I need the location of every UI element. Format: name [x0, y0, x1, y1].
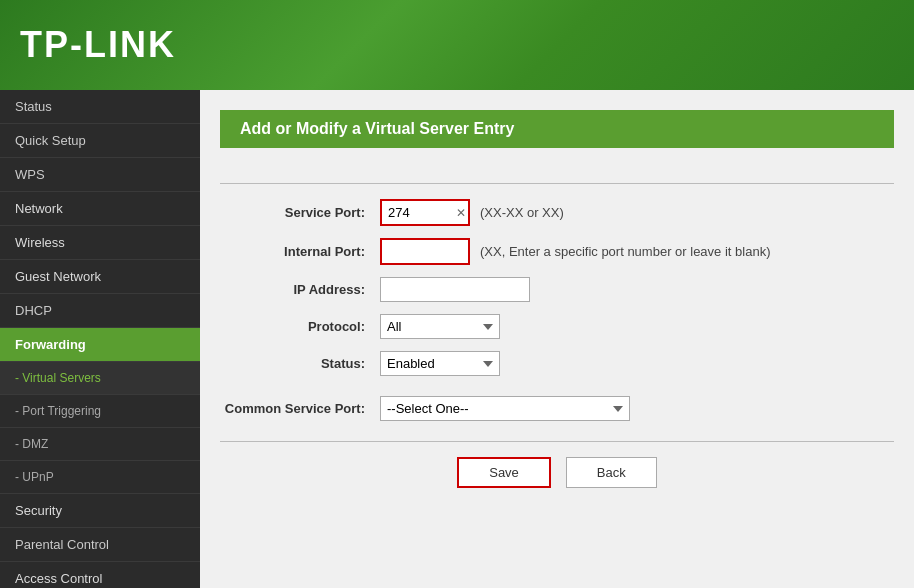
- save-button[interactable]: Save: [457, 457, 551, 488]
- common-service-port-select[interactable]: --Select One-- DNS FTP HTTP HTTPS IMAP L…: [380, 396, 630, 421]
- sidebar-item-network[interactable]: Network: [0, 192, 200, 226]
- service-port-label: Service Port:: [220, 205, 380, 220]
- internal-port-hint: (XX, Enter a specific port number or lea…: [480, 244, 770, 259]
- service-port-clear-button[interactable]: ✕: [456, 207, 466, 219]
- common-service-port-label: Common Service Port:: [220, 401, 380, 416]
- sidebar-item-wireless[interactable]: Wireless: [0, 226, 200, 260]
- service-port-hint: (XX-XX or XX): [480, 205, 564, 220]
- header: TP-LINK: [0, 0, 914, 90]
- internal-port-input[interactable]: [380, 238, 470, 265]
- service-port-row: Service Port: ✕ (XX-XX or XX): [220, 199, 894, 226]
- form-container: Service Port: ✕ (XX-XX or XX) Internal P…: [200, 158, 914, 508]
- status-label: Status:: [220, 356, 380, 371]
- logo-label: TP-LINK: [20, 24, 176, 65]
- sidebar-item-guest-network[interactable]: Guest Network: [0, 260, 200, 294]
- sidebar-item-forwarding[interactable]: Forwarding: [0, 328, 200, 362]
- protocol-select[interactable]: All TCP UDP TCP/UDP: [380, 314, 500, 339]
- sidebar: Status Quick Setup WPS Network Wireless …: [0, 90, 200, 588]
- buttons-row: Save Back: [220, 441, 894, 498]
- sidebar-item-security[interactable]: Security: [0, 494, 200, 528]
- sidebar-item-status[interactable]: Status: [0, 90, 200, 124]
- protocol-row: Protocol: All TCP UDP TCP/UDP: [220, 314, 894, 339]
- top-divider: [220, 183, 894, 184]
- sidebar-item-parental-control[interactable]: Parental Control: [0, 528, 200, 562]
- internal-port-row: Internal Port: (XX, Enter a specific por…: [220, 238, 894, 265]
- sidebar-item-access-control[interactable]: Access Control: [0, 562, 200, 588]
- main-layout: Status Quick Setup WPS Network Wireless …: [0, 90, 914, 588]
- internal-port-label: Internal Port:: [220, 244, 380, 259]
- sidebar-item-port-triggering[interactable]: - Port Triggering: [0, 395, 200, 428]
- page-title: Add or Modify a Virtual Server Entry: [240, 120, 514, 137]
- ip-address-row: IP Address:: [220, 277, 894, 302]
- service-port-wrapper: ✕: [380, 199, 470, 226]
- protocol-label: Protocol:: [220, 319, 380, 334]
- content-area: Add or Modify a Virtual Server Entry Ser…: [200, 90, 914, 588]
- page-title-bar: Add or Modify a Virtual Server Entry: [220, 110, 894, 148]
- sidebar-item-dhcp[interactable]: DHCP: [0, 294, 200, 328]
- common-service-port-row: Common Service Port: --Select One-- DNS …: [220, 396, 894, 421]
- sidebar-item-upnp[interactable]: - UPnP: [0, 461, 200, 494]
- sidebar-item-wps[interactable]: WPS: [0, 158, 200, 192]
- status-select[interactable]: Enabled Disabled: [380, 351, 500, 376]
- status-row: Status: Enabled Disabled: [220, 351, 894, 376]
- logo: TP-LINK: [20, 24, 176, 66]
- ip-address-label: IP Address:: [220, 282, 380, 297]
- sidebar-item-dmz[interactable]: - DMZ: [0, 428, 200, 461]
- back-button[interactable]: Back: [566, 457, 657, 488]
- ip-address-input[interactable]: [380, 277, 530, 302]
- sidebar-item-virtual-servers[interactable]: - Virtual Servers: [0, 362, 200, 395]
- sidebar-item-quick-setup[interactable]: Quick Setup: [0, 124, 200, 158]
